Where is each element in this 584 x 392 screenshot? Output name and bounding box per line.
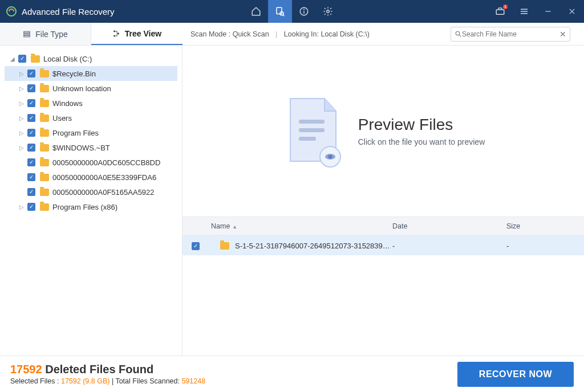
tree-node-label: 00050000000A0F5165AA5922 [52, 188, 155, 197]
list-icon [23, 30, 31, 38]
checkbox[interactable] [27, 84, 35, 92]
column-date[interactable]: Date [392, 222, 506, 230]
checkbox[interactable] [27, 144, 35, 152]
tree-node[interactable]: ▷$WINDOWS.~BT [5, 140, 177, 155]
collapse-icon[interactable]: ◢ [9, 56, 16, 62]
expand-icon[interactable]: ▷ [18, 130, 25, 136]
status-footer: 17592 Deleted Files Found Selected Files… [0, 356, 584, 392]
folder-icon [31, 55, 40, 63]
checkbox[interactable] [27, 173, 35, 181]
checkbox[interactable] [18, 55, 26, 63]
svg-point-7 [327, 10, 330, 13]
expand-icon[interactable]: ▷ [18, 71, 25, 77]
scan-results-button[interactable] [268, 0, 292, 23]
scan-info-bar: Scan Mode : Quick Scan | Looking In: Loc… [182, 23, 584, 45]
folder-icon [220, 242, 229, 250]
svg-point-0 [7, 7, 16, 16]
footer-details: Selected Files : 17592 (9.8 GB) | Total … [10, 377, 205, 385]
search-clear-icon[interactable]: ✕ [559, 30, 566, 39]
tree-node[interactable]: ▷Windows [5, 96, 177, 111]
tree-node[interactable]: 00050000000A0DC605CCB8DD [5, 155, 177, 170]
svg-rect-23 [299, 120, 325, 124]
checkbox[interactable] [27, 70, 35, 77]
checkbox[interactable] [192, 242, 200, 250]
svg-point-6 [304, 9, 305, 10]
preview-doc-icon [282, 94, 344, 168]
scan-mode-label: Scan Mode : [190, 30, 230, 38]
checkbox[interactable] [27, 158, 35, 166]
preview-pane: Preview Files Click on the file you want… [182, 46, 584, 217]
svg-rect-1 [277, 7, 282, 14]
tree-node[interactable]: 00050000000A0E5E3399FDA6 [5, 170, 177, 185]
folder-tree[interactable]: ◢ Local Disk (C:) ▷$Recycle.Bin▷Unknown … [0, 46, 182, 356]
titlebar: Advanced File Recovery 1 [0, 0, 584, 23]
toolbox-button[interactable]: 1 [488, 0, 512, 23]
file-date: - [392, 242, 506, 250]
tree-node-label: Unknown location [52, 84, 111, 93]
expand-icon[interactable]: ▷ [18, 115, 25, 121]
tab-file-type-label: File Type [35, 30, 68, 39]
notification-badge: 1 [503, 5, 508, 9]
home-button[interactable] [244, 0, 268, 23]
svg-point-28 [328, 155, 332, 159]
checkbox[interactable] [27, 188, 35, 196]
tree-icon [112, 30, 120, 38]
expand-icon[interactable]: ▷ [18, 204, 25, 210]
preview-heading: Preview Files [358, 116, 485, 134]
tree-node-label: 00050000000A0DC605CCB8DD [52, 158, 160, 167]
tree-node-label: Windows [52, 99, 83, 108]
tree-node[interactable]: ▷Program Files (x86) [5, 199, 177, 214]
checkbox[interactable] [27, 99, 35, 107]
tree-node-label: 00050000000A0E5E3399FDA6 [52, 173, 156, 182]
column-name[interactable]: Name▲ [211, 222, 392, 230]
sort-asc-icon: ▲ [232, 224, 237, 230]
tree-node-label: $WINDOWS.~BT [52, 144, 110, 152]
folder-icon [40, 159, 49, 166]
svg-point-19 [113, 35, 115, 36]
expand-icon[interactable]: ▷ [18, 145, 25, 151]
tab-tree-view-label: Tree View [125, 29, 161, 38]
recover-now-button[interactable]: RECOVER NOW [457, 362, 574, 387]
file-list[interactable]: S-1-5-21-3187946007-2649512073-3152839…-… [182, 236, 584, 356]
checkbox[interactable] [27, 129, 35, 137]
tree-node[interactable]: ▷$Recycle.Bin [5, 66, 177, 81]
tab-file-type[interactable]: File Type [0, 23, 91, 45]
folder-icon [40, 129, 49, 137]
expand-icon[interactable]: ▷ [18, 85, 25, 92]
checkbox[interactable] [27, 114, 35, 122]
checkbox[interactable] [27, 203, 35, 211]
scan-mode-value: Quick Scan [233, 30, 269, 38]
svg-line-3 [283, 15, 284, 16]
tree-node-label: Program Files [52, 129, 99, 137]
svg-point-20 [117, 32, 119, 34]
folder-icon [40, 174, 49, 181]
tree-node-label: $Recycle.Bin [52, 70, 96, 78]
expand-icon[interactable]: ▷ [18, 100, 25, 107]
file-name: S-1-5-21-3187946007-2649512073-3152839… [235, 242, 390, 250]
file-list-header: Name▲ Date Size [182, 217, 584, 236]
tree-root[interactable]: ◢ Local Disk (C:) [5, 51, 177, 66]
preview-sub: Click on the file you want to preview [358, 137, 485, 146]
search-input[interactable] [462, 30, 559, 38]
menu-button[interactable] [512, 0, 536, 23]
app-logo-icon [6, 6, 17, 17]
svg-rect-24 [299, 128, 325, 132]
tree-node[interactable]: ▷Unknown location [5, 81, 177, 96]
svg-rect-17 [24, 35, 30, 36]
folder-icon [40, 85, 49, 92]
tree-node[interactable]: ▷Users [5, 111, 177, 125]
deleted-files-count: 17592 Deleted Files Found [10, 363, 205, 376]
view-tabs: File Type Tree View Scan Mode : Quick Sc… [0, 23, 584, 46]
tree-node[interactable]: ▷Program Files [5, 125, 177, 140]
tree-node[interactable]: 00050000000A0F5165AA5922 [5, 185, 177, 199]
info-button[interactable] [292, 0, 316, 23]
search-box[interactable]: ✕ [451, 27, 570, 42]
column-size[interactable]: Size [506, 222, 575, 230]
looking-in-label: Looking In: [284, 30, 319, 38]
settings-button[interactable] [316, 0, 340, 23]
svg-point-18 [113, 30, 115, 32]
tab-tree-view[interactable]: Tree View [91, 23, 182, 45]
close-button[interactable] [560, 0, 584, 23]
file-row[interactable]: S-1-5-21-3187946007-2649512073-3152839…-… [182, 236, 584, 255]
minimize-button[interactable] [536, 0, 560, 23]
